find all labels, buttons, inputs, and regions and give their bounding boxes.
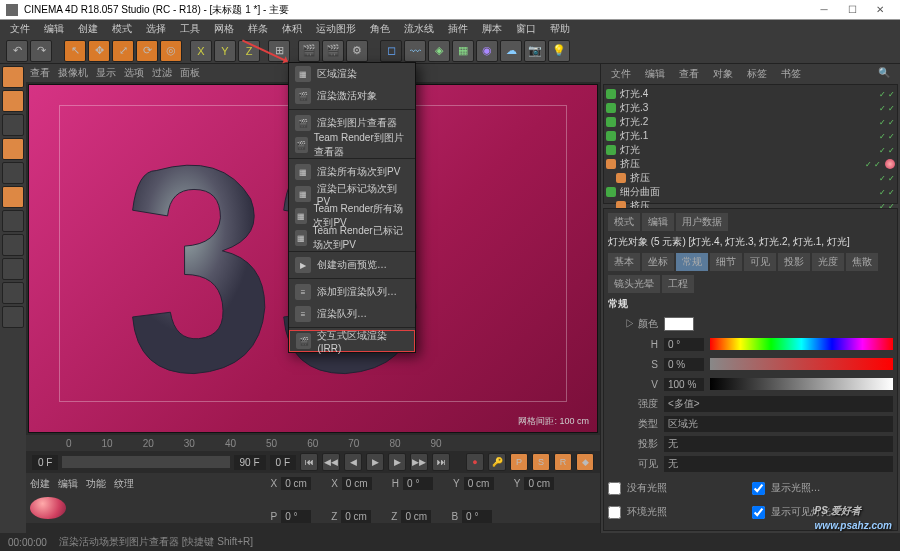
menu-pipeline[interactable]: 流水线 (398, 20, 440, 38)
color-label[interactable]: ▷ 颜色 (608, 317, 658, 331)
lastused-tool[interactable]: ◎ (160, 40, 182, 62)
hue-slider[interactable] (710, 338, 893, 350)
tl-autokey[interactable]: 🔑 (488, 453, 506, 471)
menu-tools[interactable]: 工具 (174, 20, 206, 38)
polygons-mode[interactable] (2, 186, 24, 208)
close-button[interactable]: ✕ (866, 1, 894, 19)
viewport-solo[interactable] (2, 234, 24, 256)
ctx-irr[interactable]: 🎬交互式区域渲染(IRR) (289, 330, 415, 352)
timeline-ruler[interactable]: 0102030405060708090 (26, 435, 600, 451)
atab-edit[interactable]: 编辑 (642, 213, 674, 231)
spline-button[interactable]: 〰 (404, 40, 426, 62)
atab-basic[interactable]: 基本 (608, 253, 640, 271)
mat-tab-create[interactable]: 创建 (30, 477, 50, 491)
atab-proj[interactable]: 工程 (662, 275, 694, 293)
model-mode[interactable] (2, 66, 24, 88)
mat-tab-func[interactable]: 功能 (86, 477, 106, 491)
move-tool[interactable]: ✥ (88, 40, 110, 62)
locked-toggle[interactable] (2, 306, 24, 328)
h-value[interactable]: 0 ° (664, 338, 704, 351)
tl-first[interactable]: ⏮ (300, 453, 318, 471)
search-icon[interactable]: 🔍 (872, 66, 896, 80)
coord-z[interactable]: 0 cm (341, 510, 371, 523)
type-value[interactable]: 区域光 (664, 416, 893, 432)
vtab-panel[interactable]: 面板 (180, 66, 200, 80)
atab-mode[interactable]: 模式 (608, 213, 640, 231)
render-pv-button[interactable]: 🎬 (322, 40, 344, 62)
ctx-make-preview[interactable]: ▶创建动画预览… (289, 254, 415, 276)
ctx-region-render[interactable]: ▦区域渲染 (289, 63, 415, 85)
menu-create[interactable]: 创建 (72, 20, 104, 38)
tl-play[interactable]: ▶ (366, 453, 384, 471)
chk-showvis[interactable] (752, 506, 765, 519)
tl-next[interactable]: ▶ (388, 453, 406, 471)
menu-select[interactable]: 选择 (140, 20, 172, 38)
val-slider[interactable] (710, 378, 893, 390)
deformer-button[interactable]: ◉ (476, 40, 498, 62)
color-swatch[interactable] (664, 317, 694, 331)
ptab-tags[interactable]: 标签 (741, 66, 773, 80)
nurbs-button[interactable]: ◈ (428, 40, 450, 62)
ctx-teamrender-pv[interactable]: 🎬Team Render到图片查看器 (289, 134, 415, 156)
points-mode[interactable] (2, 138, 24, 160)
ctx-tr-marked[interactable]: ▦Team Render已标记场次到PV (289, 227, 415, 249)
atab-coord[interactable]: 坐标 (642, 253, 674, 271)
tl-record[interactable]: ● (466, 453, 484, 471)
material-preview[interactable] (30, 497, 66, 519)
tl-param-key[interactable]: ◆ (576, 453, 594, 471)
redo-button[interactable]: ↷ (30, 40, 52, 62)
maximize-button[interactable]: ☐ (838, 1, 866, 19)
menu-mode[interactable]: 模式 (106, 20, 138, 38)
chk-diffuse[interactable] (608, 530, 621, 532)
tl-prev[interactable]: ◀ (344, 453, 362, 471)
ctx-render-takes[interactable]: ▦渲染所有场次到PV (289, 161, 415, 183)
vtab-options[interactable]: 选项 (124, 66, 144, 80)
vtab-view[interactable]: 查看 (30, 66, 50, 80)
vtab-filter[interactable]: 过滤 (152, 66, 172, 80)
rot-b[interactable]: 0 ° (462, 510, 492, 523)
atab-general[interactable]: 常规 (676, 253, 708, 271)
menu-character[interactable]: 角色 (364, 20, 396, 38)
mat-tab-edit[interactable]: 编辑 (58, 477, 78, 491)
tl-rot-key[interactable]: R (554, 453, 572, 471)
tl-scale-key[interactable]: S (532, 453, 550, 471)
ptab-bookmark[interactable]: 书签 (775, 66, 807, 80)
undo-button[interactable]: ↶ (6, 40, 28, 62)
ptab-view[interactable]: 查看 (673, 66, 705, 80)
shadow-value[interactable]: 无 (664, 436, 893, 452)
array-button[interactable]: ▦ (452, 40, 474, 62)
render-settings-button[interactable]: ⚙ (346, 40, 368, 62)
ptab-edit[interactable]: 编辑 (639, 66, 671, 80)
rot-h[interactable]: 0 ° (403, 477, 433, 490)
menu-window[interactable]: 窗口 (510, 20, 542, 38)
select-tool[interactable]: ↖ (64, 40, 86, 62)
menu-help[interactable]: 帮助 (544, 20, 576, 38)
menu-mesh[interactable]: 网格 (208, 20, 240, 38)
rot-p[interactable]: 0 ° (281, 510, 311, 523)
v-value[interactable]: 100 % (664, 378, 704, 391)
chk-nolight[interactable] (608, 482, 621, 495)
ctx-add-queue[interactable]: ≡添加到渲染队列… (289, 281, 415, 303)
edges-mode[interactable] (2, 162, 24, 184)
size-x[interactable]: 0 cm (342, 477, 372, 490)
coord-x[interactable]: 0 cm (281, 477, 311, 490)
sat-slider[interactable] (710, 358, 893, 370)
scale-tool[interactable]: ⤢ (112, 40, 134, 62)
s-value[interactable]: 0 % (664, 358, 704, 371)
atab-detail[interactable]: 细节 (710, 253, 742, 271)
workplane-toggle[interactable] (2, 282, 24, 304)
minimize-button[interactable]: ─ (810, 1, 838, 19)
tl-last[interactable]: ⏭ (432, 453, 450, 471)
tl-pos-key[interactable]: P (510, 453, 528, 471)
size-y[interactable]: 0 cm (524, 477, 554, 490)
atab-user[interactable]: 用户数据 (676, 213, 728, 231)
coord-y[interactable]: 0 cm (464, 477, 494, 490)
axis-x-toggle[interactable]: X (190, 40, 212, 62)
menu-spline[interactable]: 样条 (242, 20, 274, 38)
object-manager[interactable]: 灯光.4✓ ✓ 灯光.3✓ ✓ 灯光.2✓ ✓ 灯光.1✓ ✓ 灯光✓ ✓ 挤压… (603, 84, 898, 204)
tl-next-key[interactable]: ▶▶ (410, 453, 428, 471)
axis-y-toggle[interactable]: Y (214, 40, 236, 62)
vtab-display[interactable]: 显示 (96, 66, 116, 80)
ctx-render-active[interactable]: 🎬渲染激活对象 (289, 85, 415, 107)
enable-axis[interactable] (2, 210, 24, 232)
